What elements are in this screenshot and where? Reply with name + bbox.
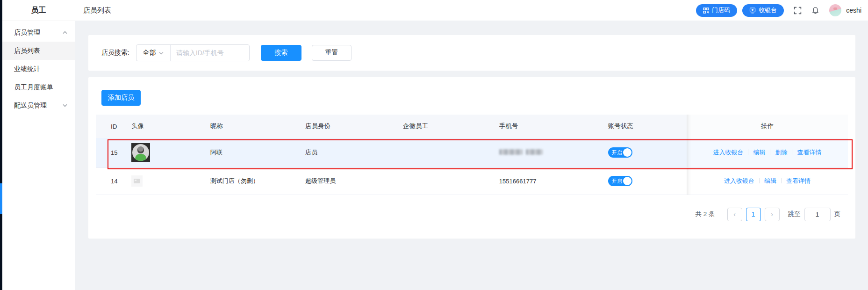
table-row: 15 阿联 店员 开启 进入收银台编辑删除查看详情	[96, 138, 848, 167]
sidebar-item[interactable]: 业绩统计	[2, 60, 75, 78]
action-divider	[748, 149, 748, 155]
cell-phone	[484, 138, 593, 167]
sidebar-item-label: 员工月度账单	[14, 83, 53, 92]
user-avatar[interactable]	[829, 4, 841, 16]
status-toggle-knob	[623, 148, 631, 157]
cell-phone: 15516661777	[484, 167, 593, 195]
chevron-down-icon	[63, 31, 67, 34]
table-wrap: ID头像昵称店员身份企微员工手机号账号状态操作 15 阿联 店员 开启 进入收银…	[96, 115, 848, 195]
column-header: 昵称	[195, 115, 290, 138]
store-code-button[interactable]: 门店码	[696, 4, 737, 17]
pagination: 共 2 条 ‹ 1 › 跳至 页	[96, 208, 848, 221]
status-toggle[interactable]: 开启	[608, 147, 632, 158]
row-action-link[interactable]: 进入收银台	[724, 177, 754, 184]
add-clerk-button[interactable]: 添加店员	[101, 90, 141, 106]
table-header-row: ID头像昵称店员身份企微员工手机号账号状态操作	[96, 115, 848, 138]
status-toggle-label: 开启	[612, 149, 622, 156]
column-header: 手机号	[484, 115, 593, 138]
sidebar-item-label: 店员列表	[14, 47, 40, 55]
row-action-link[interactable]: 查看详情	[786, 177, 811, 184]
sidebar-item[interactable]: 店员列表	[2, 42, 75, 60]
column-header: ID	[96, 115, 116, 138]
store-code-label: 门店码	[712, 6, 730, 14]
clerk-avatar-image	[131, 143, 150, 162]
cashier-label: 收银台	[759, 6, 777, 14]
search-button[interactable]: 搜索	[261, 45, 301, 61]
pagination-total: 共 2 条	[695, 210, 715, 218]
cell-actions: 进入收银台编辑删除查看详情	[687, 138, 848, 167]
sidebar-item[interactable]: 配送员管理	[2, 96, 75, 115]
cell-id: 14	[96, 167, 116, 195]
fullscreen-icon[interactable]	[794, 7, 802, 14]
reset-button[interactable]: 重置	[312, 45, 352, 61]
cell-role: 店员	[290, 138, 388, 167]
page-tab[interactable]: 店员列表	[83, 6, 111, 15]
row-action-link[interactable]: 删除	[775, 149, 787, 156]
search-label: 店员搜索:	[101, 49, 129, 57]
filter-select-value: 全部	[143, 49, 156, 57]
blurred-phone-number	[499, 149, 543, 155]
page-root: 员工 店员管理 店员列表 业绩统计 员工月度账单 配送员管理 店员列表	[0, 0, 868, 290]
row-action-link[interactable]: 编辑	[764, 177, 776, 184]
cell-status: 开启	[593, 138, 687, 167]
sidebar-item-label: 店员管理	[14, 29, 40, 37]
pagination-prev-button[interactable]: ‹	[727, 208, 742, 221]
column-header: 店员身份	[290, 115, 388, 138]
cash-register-icon	[749, 7, 756, 14]
column-header: 企微员工	[388, 115, 484, 138]
action-divider	[770, 149, 770, 155]
sidebar-item[interactable]: 员工月度账单	[2, 78, 75, 96]
rail-active-indicator	[0, 183, 2, 214]
table-row: 14 测试门店（勿删） 超级管理员 15516661777 开启 进入收银台编辑…	[96, 167, 848, 195]
cell-role: 超级管理员	[290, 167, 388, 195]
status-toggle[interactable]: 开启	[608, 176, 632, 186]
notification-bell-icon[interactable]	[811, 7, 819, 14]
cell-actions: 进入收银台编辑查看详情	[687, 167, 848, 195]
broken-image-icon	[131, 175, 143, 187]
pagination-jump-label: 跳至	[788, 210, 801, 218]
pagination-jump-input[interactable]	[804, 208, 831, 221]
status-toggle-knob	[623, 177, 631, 185]
sidebar-item[interactable]: 店员管理	[2, 23, 75, 42]
cell-qiwei-staff	[388, 167, 484, 195]
main-area: 店员列表 门店码	[75, 0, 868, 290]
pagination-next-button[interactable]: ›	[765, 208, 780, 221]
chevron-down-icon	[159, 51, 164, 55]
row-action-link[interactable]: 查看详情	[797, 149, 821, 156]
username[interactable]: ceshi	[846, 7, 861, 14]
column-header: 头像	[116, 115, 195, 138]
topbar-right: 门店码 收银台	[691, 4, 861, 17]
sidebar-collapse-rail[interactable]	[0, 0, 2, 290]
row-action-link[interactable]: 编辑	[753, 149, 765, 156]
action-divider	[781, 178, 782, 183]
pagination-jump-suffix: 页	[834, 210, 841, 218]
filter-select[interactable]: 全部	[136, 45, 171, 61]
cell-avatar	[116, 138, 195, 167]
clerk-table: ID头像昵称店员身份企微员工手机号账号状态操作 15 阿联 店员 开启 进入收银…	[96, 115, 848, 195]
qrcode-icon	[703, 7, 709, 14]
row-action-link[interactable]: 进入收银台	[713, 149, 743, 156]
pagination-page-button[interactable]: 1	[746, 208, 761, 221]
topbar: 店员列表 门店码	[75, 0, 868, 21]
cashier-button[interactable]: 收银台	[742, 4, 784, 17]
table-body: 15 阿联 店员 开启 进入收银台编辑删除查看详情 14 测试门店（勿删） 超级…	[96, 138, 848, 195]
chevron-down-icon	[63, 104, 67, 107]
search-input-group: 全部	[136, 44, 250, 61]
content: 店员搜索: 全部 搜索 重置 添加店员	[75, 21, 868, 239]
sidebar: 员工 店员管理 店员列表 业绩统计 员工月度账单 配送员管理	[2, 0, 75, 290]
search-card: 店员搜索: 全部 搜索 重置	[88, 35, 855, 71]
cell-nickname: 阿联	[195, 138, 290, 167]
cell-status: 开启	[593, 167, 687, 195]
cell-nickname: 测试门店（勿删）	[195, 167, 290, 195]
status-toggle-label: 开启	[612, 178, 622, 185]
search-input[interactable]	[171, 45, 249, 61]
table-card: 添加店员 ID头像昵称店员身份企微员工手机号账号状态操作 15 阿联 店员 开启	[88, 77, 855, 239]
action-divider	[792, 149, 792, 155]
sidebar-menu: 店员管理 店员列表 业绩统计 员工月度账单 配送员管理	[2, 21, 75, 115]
column-header: 账号状态	[593, 115, 687, 138]
action-divider	[759, 178, 760, 183]
cell-avatar	[116, 167, 195, 195]
cell-id: 15	[96, 138, 116, 167]
cell-qiwei-staff	[388, 138, 484, 167]
sidebar-title: 员工	[2, 0, 75, 21]
